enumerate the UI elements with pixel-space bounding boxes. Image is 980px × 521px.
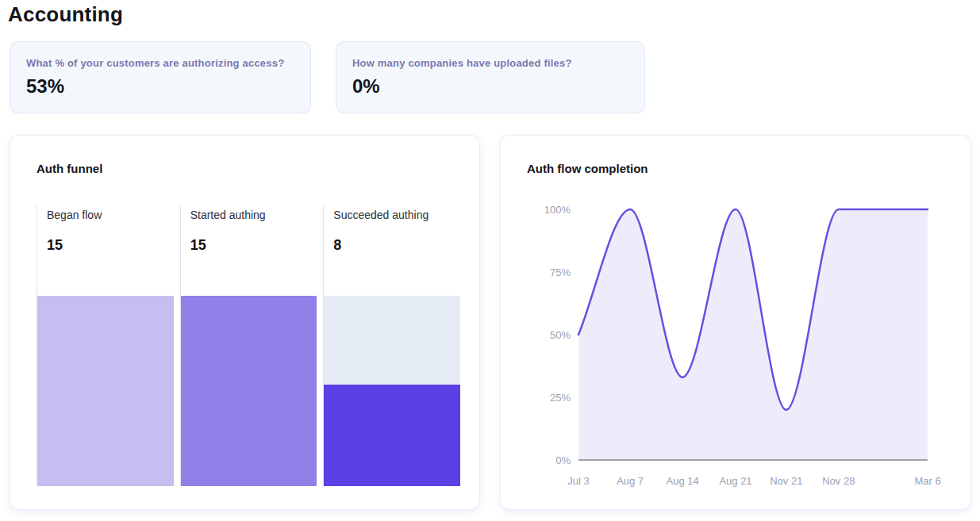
funnel-step-bar-fill bbox=[324, 385, 460, 486]
funnel-step-bar bbox=[181, 296, 317, 486]
x-axis-tick-label: Jul 3 bbox=[567, 475, 589, 487]
funnel-step-value: 15 bbox=[190, 237, 317, 254]
funnel-columns: Began flow15Started authing15Succeeded a… bbox=[37, 205, 460, 486]
x-axis-tick-label: Aug 7 bbox=[617, 475, 644, 487]
auth-funnel-panel: Auth funnel Began flow15Started authing1… bbox=[10, 135, 480, 510]
funnel-step-value: 15 bbox=[47, 237, 174, 254]
y-axis-tick-label: 100% bbox=[544, 204, 571, 216]
funnel-step-label: Succeeded authing bbox=[333, 209, 460, 221]
x-axis-tick-label: Mar 6 bbox=[914, 475, 940, 487]
auth-flow-completion-panel: Auth flow completion 100%75%50%25%0%Jul … bbox=[500, 135, 971, 510]
y-axis-tick-label: 50% bbox=[550, 329, 571, 341]
stat-card-uploaded-files: How many companies have uploaded files? … bbox=[336, 41, 645, 113]
y-axis-tick-label: 0% bbox=[555, 454, 571, 466]
funnel-step-succeeded-authing: Succeeded authing8 bbox=[323, 205, 460, 486]
auth-flow-completion-chart: 100%75%50%25%0%Jul 3Aug 7Aug 14Aug 21Nov… bbox=[501, 136, 970, 509]
funnel-step-began-flow: Began flow15 bbox=[37, 205, 174, 486]
stat-value: 0% bbox=[352, 75, 628, 98]
page-title: Accounting bbox=[8, 2, 123, 27]
funnel-step-bar-fill bbox=[181, 296, 317, 486]
stat-question: How many companies have uploaded files? bbox=[352, 57, 628, 69]
chart-area-fill bbox=[578, 209, 928, 460]
x-axis-tick-label: Aug 14 bbox=[667, 475, 699, 487]
x-axis-tick-label: Nov 21 bbox=[770, 475, 802, 487]
stat-card-authorizing-access: What % of your customers are authorizing… bbox=[10, 41, 311, 113]
x-axis-tick-label: Nov 28 bbox=[822, 475, 855, 487]
funnel-step-label: Started authing bbox=[190, 209, 317, 221]
funnel-step-bar bbox=[37, 296, 174, 486]
y-axis-tick-label: 25% bbox=[550, 392, 571, 404]
y-axis-tick-label: 75% bbox=[550, 266, 571, 278]
funnel-step-label: Began flow bbox=[47, 209, 174, 221]
funnel-step-bar-fill bbox=[37, 296, 174, 486]
funnel-step-bar bbox=[324, 296, 460, 486]
accounting-dashboard: Accounting What % of your customers are … bbox=[0, 0, 980, 521]
auth-funnel-title: Auth funnel bbox=[37, 162, 102, 175]
x-axis-tick-label: Aug 21 bbox=[719, 475, 751, 487]
stat-value: 53% bbox=[26, 75, 294, 98]
stat-question: What % of your customers are authorizing… bbox=[26, 57, 294, 69]
funnel-step-value: 8 bbox=[333, 237, 460, 254]
funnel-step-started-authing: Started authing15 bbox=[180, 205, 317, 486]
